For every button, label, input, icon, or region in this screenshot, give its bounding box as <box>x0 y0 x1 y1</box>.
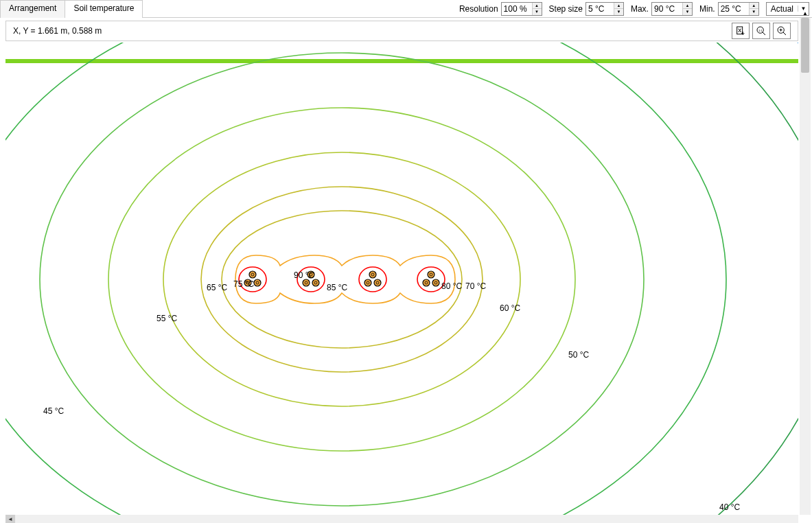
scroll-up-arrow[interactable]: ▲ <box>800 8 811 18</box>
svg-point-39 <box>417 267 445 292</box>
zoom-in-button[interactable] <box>773 23 791 39</box>
svg-point-14 <box>108 108 575 451</box>
svg-point-44 <box>432 279 439 286</box>
resolution-up[interactable]: ▲ <box>533 3 542 10</box>
scroll-left-arrow[interactable]: ◄ <box>5 515 15 523</box>
isotherm-label-75: 75 °C <box>233 279 254 289</box>
min-label: Min. <box>699 4 715 14</box>
svg-point-13 <box>40 53 644 506</box>
max-label: Max. <box>631 4 649 14</box>
svg-point-28 <box>303 279 310 286</box>
svg-point-32 <box>359 267 386 292</box>
contour-canvas[interactable]: 40 °C45 °C50 °C55 °C60 °C65 °C70 °C75 °C… <box>5 43 798 515</box>
svg-point-35 <box>364 279 371 286</box>
isotherm-plot <box>5 43 798 515</box>
svg-line-5 <box>783 32 786 35</box>
max-up[interactable]: ▲ <box>683 3 692 10</box>
top-toolbar: Arrangement Soil temperature Resolution … <box>0 0 812 18</box>
tab-arrangement[interactable]: Arrangement <box>0 0 65 18</box>
resolution-label: Resolution <box>459 4 498 14</box>
isotherm-label-80: 80 °C <box>441 281 462 291</box>
svg-point-33 <box>369 271 376 278</box>
svg-point-15 <box>163 152 520 406</box>
horizontal-scrollbar[interactable]: ◄ <box>5 515 798 523</box>
step-size-input[interactable] <box>586 3 614 15</box>
zoom-1to1-icon: 1:1 <box>756 25 767 36</box>
zoom-in-icon <box>776 25 787 36</box>
resolution-input[interactable] <box>502 3 532 15</box>
min-up[interactable]: ▲ <box>750 3 758 10</box>
isotherm-label-60: 60 °C <box>500 303 520 313</box>
export-excel-button[interactable] <box>732 23 750 39</box>
max-input[interactable] <box>652 3 682 15</box>
isotherm-label-55: 55 °C <box>156 314 177 323</box>
svg-point-37 <box>374 279 381 286</box>
svg-point-42 <box>423 279 430 286</box>
step-size-spinbox[interactable]: ▲ ▼ <box>585 2 624 16</box>
view-mode-value: Actual <box>767 4 798 14</box>
max-down[interactable]: ▼ <box>683 9 692 15</box>
isotherm-label-50: 50 °C <box>568 350 589 360</box>
svg-line-2 <box>763 32 765 35</box>
export-icon <box>735 25 746 36</box>
vertical-scrollbar[interactable]: ▲ <box>800 18 811 515</box>
vertical-scrollbar-thumb[interactable] <box>801 18 809 73</box>
svg-point-12 <box>5 43 726 515</box>
svg-point-23 <box>254 279 261 286</box>
resolution-down[interactable]: ▼ <box>533 9 542 15</box>
isotherm-label-40: 40 °C <box>719 502 740 512</box>
svg-text:1:1: 1:1 <box>758 29 763 32</box>
isotherm-label-85: 85 °C <box>327 283 347 292</box>
step-size-label: Step size <box>549 4 583 14</box>
isotherm-label-65: 65 °C <box>207 283 227 292</box>
isotherm-label-70: 70 °C <box>465 281 486 291</box>
min-input[interactable] <box>719 3 749 15</box>
min-spinbox[interactable]: ▲ ▼ <box>718 2 759 16</box>
zoom-reset-button[interactable]: 1:1 <box>752 23 770 39</box>
step-down[interactable]: ▼ <box>614 9 623 15</box>
tab-strip: Arrangement Soil temperature <box>0 0 142 18</box>
min-down[interactable]: ▼ <box>750 9 758 15</box>
coordinate-readout: X, Y = 1.661 m, 0.588 m <box>13 26 729 36</box>
isotherm-label-90: 90 °C <box>294 270 314 280</box>
tab-soil-temperature[interactable]: Soil temperature <box>65 0 143 18</box>
step-up[interactable]: ▲ <box>614 3 623 10</box>
resolution-spinbox[interactable]: ▲ ▼ <box>501 2 542 16</box>
isotherm-label-45: 45 °C <box>43 406 64 416</box>
info-bar: X, Y = 1.661 m, 0.588 m 1:1 <box>5 21 798 41</box>
svg-point-40 <box>428 271 434 278</box>
max-spinbox[interactable]: ▲ ▼ <box>651 2 693 16</box>
svg-point-19 <box>249 271 256 278</box>
svg-point-30 <box>312 279 319 286</box>
